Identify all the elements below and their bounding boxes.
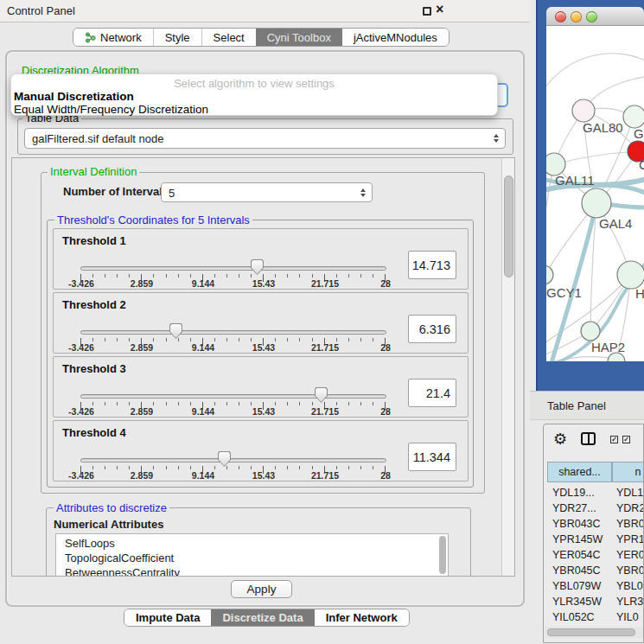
slider-ticks <box>80 466 386 474</box>
node-label: C <box>639 157 644 172</box>
slider-track[interactable] <box>80 266 386 271</box>
node-hap2[interactable] <box>581 322 600 341</box>
tab-impute-data[interactable]: Impute Data <box>124 609 211 626</box>
thresholds-group-title: Threshold's Coordinates for 5 Intervals <box>54 214 252 226</box>
top-tab-bar: Network Style Select Cyni Toolbox jActiv… <box>73 28 450 47</box>
zoom-traffic-light-icon[interactable] <box>586 11 597 22</box>
tab-jactivemnodules[interactable]: jActiveMNodules <box>342 29 449 46</box>
combo-spinner-icon[interactable] <box>360 188 366 197</box>
interval-definition-title: Interval Definition <box>48 166 139 177</box>
table-panel-titlebar: Table Panel <box>530 391 644 420</box>
node-gcy1[interactable] <box>546 265 553 284</box>
tab-discretize-data[interactable]: Discretize Data <box>211 609 314 626</box>
slider-handle[interactable] <box>251 259 264 275</box>
threshold-panel-1: Threshold 1 -3.426 2.859 9.144 15.43 21.… <box>53 228 469 290</box>
panel-title: Control Panel <box>7 4 75 17</box>
node-label: GCY1 <box>546 285 582 300</box>
number-of-intervals-combobox[interactable]: 5 <box>161 182 373 202</box>
horizontal-scrollbar-track[interactable] <box>545 627 643 638</box>
slider-track[interactable] <box>80 330 386 335</box>
checkbox-icon[interactable]: ✓ <box>610 436 618 443</box>
thresholds-group: Threshold's Coordinates for 5 Intervals … <box>47 220 474 488</box>
attributes-group: Attributes to discretize Numerical Attri… <box>46 507 471 577</box>
tab-infer-network[interactable]: Infer Network <box>315 609 409 626</box>
tab-network-label: Network <box>100 29 142 47</box>
node-label: GAL11 <box>555 173 595 188</box>
horizontal-scrollbar-thumb[interactable] <box>547 628 635 636</box>
float-window-icon[interactable] <box>423 7 431 16</box>
application-root: Control Panel × Network Style Select Cyn… <box>0 0 644 644</box>
node-label: GAL4 <box>599 216 632 231</box>
attributes-group-title: Attributes to discretize <box>54 502 169 513</box>
split-columns-icon[interactable] <box>581 432 596 445</box>
slider-ticks <box>80 338 386 346</box>
panel-scrollbar-thumb[interactable] <box>504 175 513 277</box>
tab-network[interactable]: Network <box>73 29 153 46</box>
network-graph: GAL80 GA C GAL11 GAL4 GCY1 H HAP2 <box>546 26 644 361</box>
network-window-titlebar[interactable] <box>546 7 644 26</box>
combo-spinner-icon[interactable] <box>494 134 499 143</box>
threshold-panel-4: Threshold 4 -3.426 2.859 9.144 15.43 21.… <box>53 420 469 481</box>
list-item[interactable]: TopologicalCoefficient <box>56 551 448 565</box>
column-header-shared-name[interactable]: shared... <box>547 462 612 482</box>
slider-track[interactable] <box>80 394 386 399</box>
minimize-traffic-light-icon[interactable] <box>571 11 582 22</box>
network-icon <box>85 32 96 43</box>
numerical-attributes-list: SelfLoops TopologicalCoefficient Between… <box>55 533 449 577</box>
threshold-value-field[interactable]: 6.316 <box>408 315 456 343</box>
tab-cyni-toolbox[interactable]: Cyni Toolbox <box>256 29 342 46</box>
network-canvas[interactable]: GAL80 GA C GAL11 GAL4 GCY1 H HAP2 <box>546 26 644 361</box>
checkbox-icon[interactable]: ✓ <box>622 436 630 443</box>
slider-handle[interactable] <box>169 323 182 339</box>
table-data-selected-value: galFiltered.sif default node <box>32 132 163 145</box>
node-gal80[interactable] <box>572 99 595 122</box>
node-label: GAL80 <box>583 120 623 135</box>
algorithm-option-equal-width[interactable]: Equal Width/Frequency Discretization <box>14 103 208 116</box>
table-data-combobox[interactable]: galFiltered.sif default node <box>24 128 506 149</box>
table-panel: ⚙ ✓ ✓ shared... n YDL19...YDL1 YDR27...Y… <box>543 424 644 643</box>
slider-ticks <box>80 274 386 282</box>
node-label: HAP2 <box>591 340 625 354</box>
threshold-value-field[interactable]: 14.713 <box>408 251 456 279</box>
settings-scroll-panel: Interval Definition Number of Intervals … <box>11 157 515 577</box>
slider-handle[interactable] <box>218 451 231 467</box>
apply-button[interactable]: Apply <box>231 580 292 598</box>
bottom-tab-bar: Impute Data Discretize Data Infer Networ… <box>124 609 410 627</box>
list-scrollbar-thumb[interactable] <box>439 536 446 574</box>
close-icon[interactable]: × <box>436 2 443 17</box>
threshold-value-field[interactable]: 21.4 <box>408 379 456 407</box>
slider-handle[interactable] <box>315 387 328 403</box>
threshold-panel-2: Threshold 2 -3.426 2.859 9.144 15.43 21.… <box>53 292 469 354</box>
list-item[interactable]: SelfLoops <box>56 536 448 551</box>
column-header-name[interactable]: n <box>612 462 644 482</box>
table-panel-title: Table Panel <box>547 399 606 412</box>
tab-style[interactable]: Style <box>153 29 201 46</box>
node-label: H <box>635 286 644 301</box>
list-item[interactable]: BetweennessCentrality <box>56 565 448 577</box>
tab-select[interactable]: Select <box>201 29 256 46</box>
close-traffic-light-icon[interactable] <box>555 11 566 22</box>
threshold-value-field[interactable]: 11.344 <box>408 443 456 471</box>
control-panel-titlebar: Control Panel × <box>0 0 530 22</box>
slider-track[interactable] <box>80 458 386 462</box>
number-of-intervals-label: Number of Intervals <box>63 185 169 198</box>
node-h[interactable] <box>617 261 644 289</box>
node-top-right[interactable] <box>623 105 644 128</box>
node-label: GA <box>634 126 644 141</box>
algorithm-option-manual[interactable]: Manual Discretization <box>14 90 134 103</box>
algorithm-hint: Select algorithm to view settings <box>11 77 497 90</box>
threshold-panel-3: Threshold 3 -3.426 2.859 9.144 15.43 21.… <box>53 356 469 418</box>
algorithm-dropdown-popup: Select algorithm to view settings Manual… <box>10 73 498 116</box>
gear-icon[interactable]: ⚙ <box>553 430 567 448</box>
numerical-attributes-label: Numerical Attributes <box>54 518 163 531</box>
network-window: GAL80 GA C GAL11 GAL4 GCY1 H HAP2 <box>546 7 644 361</box>
number-of-intervals-value: 5 <box>169 186 175 199</box>
slider-ticks <box>80 402 386 410</box>
node-gal4[interactable] <box>582 188 611 218</box>
